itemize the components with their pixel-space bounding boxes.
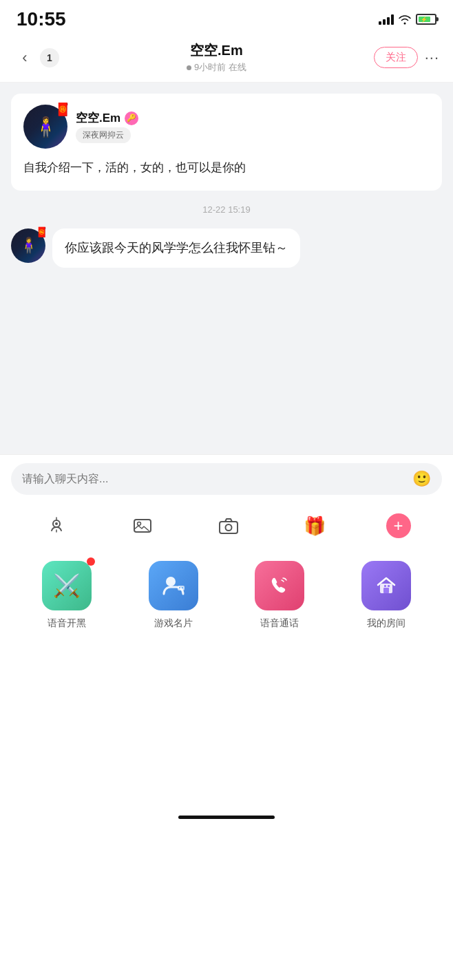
- header-status: 9小时前 在线: [194, 61, 246, 74]
- app-grid: ⚔️ 语音开黑 游戏名片 语音通话: [0, 547, 453, 650]
- voice-call-icon: [255, 561, 304, 610]
- camera-icon: [218, 515, 239, 536]
- voice-party-badge: [87, 557, 95, 566]
- audio-icon: [46, 515, 67, 536]
- header: ‹ 1 空空.Em 9小时前 在线 关注 ···: [0, 36, 453, 83]
- svg-point-6: [166, 577, 176, 586]
- input-area: 🙂: [0, 454, 453, 502]
- svg-rect-11: [383, 588, 389, 593]
- message-timestamp: 12-22 15:19: [11, 202, 442, 217]
- header-right: 关注 ···: [374, 47, 439, 68]
- header-left: ‹ 1: [14, 47, 59, 69]
- svg-rect-4: [220, 522, 238, 533]
- voice-call-app-item[interactable]: 语音通话: [233, 561, 326, 630]
- voice-party-icon: ⚔️: [42, 561, 92, 610]
- input-row: 🙂: [11, 463, 442, 495]
- voice-party-label: 语音开黑: [48, 617, 86, 630]
- camera-button[interactable]: [214, 511, 243, 540]
- plus-button[interactable]: +: [386, 513, 411, 538]
- signal-bars-icon: [379, 14, 394, 25]
- intro-tag: 深夜网抑云: [76, 127, 131, 143]
- badge-count: 1: [40, 48, 59, 67]
- game-card-label: 游戏名片: [154, 617, 193, 630]
- svg-point-8: [179, 587, 180, 588]
- status-time: 10:55: [17, 8, 66, 30]
- game-card-app-item[interactable]: 游戏名片: [127, 561, 220, 630]
- message-bubble: 你应该跟今天的风学学怎么往我怀里钻～: [52, 228, 300, 268]
- svg-point-3: [138, 522, 141, 526]
- follow-button[interactable]: 关注: [374, 47, 418, 68]
- status-icons: ⚡: [379, 14, 436, 25]
- header-title: 空空.Em: [59, 41, 374, 60]
- svg-point-9: [182, 587, 183, 588]
- my-room-label: 我的房间: [367, 617, 405, 630]
- header-subtitle: 9小时前 在线: [59, 61, 374, 74]
- header-center: 空空.Em 9小时前 在线: [59, 41, 374, 74]
- back-arrow-icon: ‹: [22, 49, 27, 67]
- emoji-button[interactable]: 🙂: [412, 470, 431, 488]
- plus-icon: +: [394, 518, 403, 534]
- intro-card: 🧍‍♀️ 🧧 空空.Em 🔑 深夜网抑云 自我介绍一下，活的，女的，也可以是你的: [11, 94, 442, 191]
- verified-icon: 🔑: [125, 111, 138, 125]
- home-indicator: [178, 816, 275, 819]
- avatar-wrapper: 🧍‍♀️ 🧧: [23, 105, 67, 149]
- intro-username: 空空.Em: [76, 110, 120, 126]
- my-room-app-item[interactable]: 我的房间: [340, 561, 433, 630]
- image-button[interactable]: [128, 511, 157, 540]
- battery-icon: ⚡: [416, 14, 436, 25]
- svg-rect-12: [384, 585, 386, 587]
- svg-rect-7: [178, 586, 185, 590]
- toolbar: 🎁 +: [0, 502, 453, 547]
- chat-area: 🧍‍♀️ 🧧 空空.Em 🔑 深夜网抑云 自我介绍一下，活的，女的，也可以是你的…: [0, 83, 453, 454]
- voice-party-app-item[interactable]: ⚔️ 语音开黑: [21, 561, 114, 630]
- online-dot-icon: [187, 65, 191, 70]
- intro-card-header: 🧍‍♀️ 🧧 空空.Em 🔑 深夜网抑云: [23, 105, 430, 149]
- svg-point-1: [55, 522, 58, 525]
- intro-info: 空空.Em 🔑 深夜网抑云: [76, 110, 138, 143]
- svg-rect-13: [388, 585, 390, 587]
- message-avatar: 🧍‍♀️ 🧧: [11, 228, 45, 263]
- more-button[interactable]: ···: [425, 49, 439, 67]
- chat-message: 🧍‍♀️ 🧧 你应该跟今天的风学学怎么往我怀里钻～: [11, 228, 442, 268]
- game-card-icon: [149, 561, 198, 610]
- my-room-icon: [361, 561, 411, 610]
- intro-name-row: 空空.Em 🔑: [76, 110, 138, 126]
- avatar-decoration-icon: 🧧: [55, 102, 70, 117]
- status-bar: 10:55 ⚡: [0, 0, 453, 36]
- msg-avatar-deco-icon: 🧧: [36, 226, 48, 237]
- svg-point-5: [225, 524, 231, 531]
- space-filler: [0, 650, 453, 802]
- wifi-icon: [398, 14, 412, 25]
- image-icon: [132, 515, 153, 536]
- intro-text: 自我介绍一下，活的，女的，也可以是你的: [23, 156, 430, 180]
- gift-button[interactable]: 🎁: [300, 511, 329, 540]
- chat-input[interactable]: [22, 473, 407, 485]
- gift-icon: 🎁: [304, 515, 326, 537]
- bottom-bar: [0, 802, 453, 826]
- voice-call-label: 语音通话: [260, 617, 299, 630]
- back-button[interactable]: ‹: [14, 47, 36, 69]
- audio-button[interactable]: [42, 511, 71, 540]
